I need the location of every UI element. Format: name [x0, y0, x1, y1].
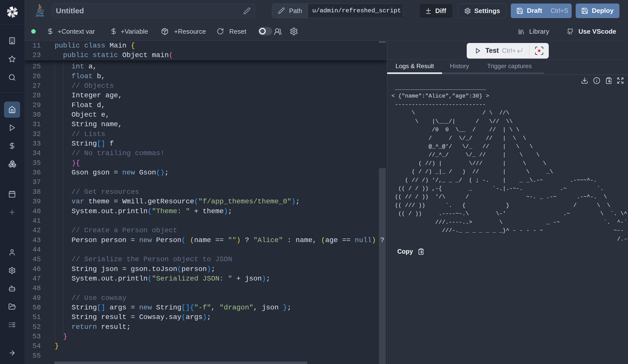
svg-text:Java: Java	[35, 13, 44, 17]
